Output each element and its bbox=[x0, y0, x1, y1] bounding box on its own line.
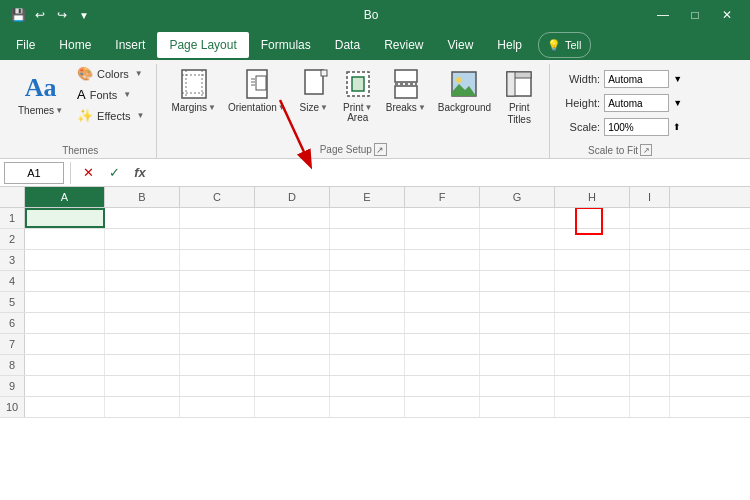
cell-G1[interactable] bbox=[480, 208, 555, 228]
name-box[interactable] bbox=[4, 162, 64, 184]
cell-E4[interactable] bbox=[330, 271, 405, 291]
cell-A7[interactable] bbox=[25, 334, 105, 354]
cell-B7[interactable] bbox=[105, 334, 180, 354]
width-input[interactable] bbox=[604, 70, 669, 88]
col-header-D[interactable]: D bbox=[255, 187, 330, 207]
margins-button[interactable]: Margins ▼ bbox=[165, 64, 222, 117]
cell-H10[interactable] bbox=[555, 397, 630, 417]
col-header-F[interactable]: F bbox=[405, 187, 480, 207]
col-header-E[interactable]: E bbox=[330, 187, 405, 207]
cell-E5[interactable] bbox=[330, 292, 405, 312]
cell-F7[interactable] bbox=[405, 334, 480, 354]
cell-C3[interactable] bbox=[180, 250, 255, 270]
cell-F3[interactable] bbox=[405, 250, 480, 270]
restore-btn[interactable]: □ bbox=[680, 5, 710, 25]
cell-E2[interactable] bbox=[330, 229, 405, 249]
confirm-button[interactable]: ✓ bbox=[103, 162, 125, 184]
cell-D6[interactable] bbox=[255, 313, 330, 333]
colors-button[interactable]: 🎨 Colors ▼ bbox=[73, 64, 148, 83]
cell-C10[interactable] bbox=[180, 397, 255, 417]
cell-D9[interactable] bbox=[255, 376, 330, 396]
height-arrow[interactable]: ▼ bbox=[673, 98, 682, 108]
cell-C9[interactable] bbox=[180, 376, 255, 396]
cell-H8[interactable] bbox=[555, 355, 630, 375]
print-area-button[interactable]: Print ▼ Area bbox=[336, 64, 380, 127]
cell-H3[interactable] bbox=[555, 250, 630, 270]
cell-D7[interactable] bbox=[255, 334, 330, 354]
cell-G4[interactable] bbox=[480, 271, 555, 291]
menu-item-help[interactable]: Help bbox=[485, 32, 534, 58]
cell-A6[interactable] bbox=[25, 313, 105, 333]
cell-E7[interactable] bbox=[330, 334, 405, 354]
cell-E3[interactable] bbox=[330, 250, 405, 270]
menu-item-data[interactable]: Data bbox=[323, 32, 372, 58]
cell-I5[interactable] bbox=[630, 292, 670, 312]
cell-D1[interactable] bbox=[255, 208, 330, 228]
cell-E6[interactable] bbox=[330, 313, 405, 333]
scale-expand-icon[interactable]: ↗ bbox=[640, 144, 652, 156]
cell-B8[interactable] bbox=[105, 355, 180, 375]
minimize-btn[interactable]: — bbox=[648, 5, 678, 25]
row-number-6[interactable]: 6 bbox=[0, 313, 25, 333]
cell-G10[interactable] bbox=[480, 397, 555, 417]
cell-F4[interactable] bbox=[405, 271, 480, 291]
tell-me-input[interactable]: 💡 Tell bbox=[538, 32, 591, 58]
cell-G6[interactable] bbox=[480, 313, 555, 333]
cell-G3[interactable] bbox=[480, 250, 555, 270]
cell-F9[interactable] bbox=[405, 376, 480, 396]
menu-item-view[interactable]: View bbox=[436, 32, 486, 58]
cell-H1[interactable] bbox=[555, 208, 630, 228]
customize-icon[interactable]: ▼ bbox=[74, 5, 94, 25]
col-header-I[interactable]: I bbox=[630, 187, 670, 207]
cell-H4[interactable] bbox=[555, 271, 630, 291]
cell-F5[interactable] bbox=[405, 292, 480, 312]
cell-C8[interactable] bbox=[180, 355, 255, 375]
orientation-button[interactable]: Orientation ▼ bbox=[222, 64, 292, 117]
cell-D8[interactable] bbox=[255, 355, 330, 375]
cell-B10[interactable] bbox=[105, 397, 180, 417]
cell-D5[interactable] bbox=[255, 292, 330, 312]
page-setup-expand-icon[interactable]: ↗ bbox=[374, 143, 387, 156]
menu-item-home[interactable]: Home bbox=[47, 32, 103, 58]
cell-G2[interactable] bbox=[480, 229, 555, 249]
print-titles-button[interactable]: Print Titles bbox=[497, 64, 541, 129]
breaks-button[interactable]: Breaks ▼ bbox=[380, 64, 432, 117]
cell-H5[interactable] bbox=[555, 292, 630, 312]
row-number-7[interactable]: 7 bbox=[0, 334, 25, 354]
height-input[interactable] bbox=[604, 94, 669, 112]
cell-B3[interactable] bbox=[105, 250, 180, 270]
effects-button[interactable]: ✨ Effects ▼ bbox=[73, 106, 148, 125]
cell-D3[interactable] bbox=[255, 250, 330, 270]
cell-G5[interactable] bbox=[480, 292, 555, 312]
cell-H2[interactable] bbox=[555, 229, 630, 249]
size-button[interactable]: Size ▼ bbox=[292, 64, 336, 117]
cell-I7[interactable] bbox=[630, 334, 670, 354]
row-number-4[interactable]: 4 bbox=[0, 271, 25, 291]
themes-button[interactable]: Aa Themes ▼ bbox=[12, 64, 69, 125]
cell-F1[interactable] bbox=[405, 208, 480, 228]
close-btn[interactable]: ✕ bbox=[712, 5, 742, 25]
col-header-B[interactable]: B bbox=[105, 187, 180, 207]
col-header-A[interactable]: A bbox=[25, 187, 105, 207]
col-header-H[interactable]: H bbox=[555, 187, 630, 207]
row-number-3[interactable]: 3 bbox=[0, 250, 25, 270]
cancel-button[interactable]: ✕ bbox=[77, 162, 99, 184]
cell-E10[interactable] bbox=[330, 397, 405, 417]
cell-D10[interactable] bbox=[255, 397, 330, 417]
width-arrow[interactable]: ▼ bbox=[673, 74, 682, 84]
cell-I2[interactable] bbox=[630, 229, 670, 249]
cell-F10[interactable] bbox=[405, 397, 480, 417]
cell-H6[interactable] bbox=[555, 313, 630, 333]
cell-C2[interactable] bbox=[180, 229, 255, 249]
cell-F2[interactable] bbox=[405, 229, 480, 249]
cell-I1[interactable] bbox=[630, 208, 670, 228]
cell-A5[interactable] bbox=[25, 292, 105, 312]
cell-I9[interactable] bbox=[630, 376, 670, 396]
cell-B4[interactable] bbox=[105, 271, 180, 291]
background-button[interactable]: Background bbox=[432, 64, 497, 117]
cell-E1[interactable] bbox=[330, 208, 405, 228]
cell-A1[interactable] bbox=[25, 208, 105, 228]
cell-I3[interactable] bbox=[630, 250, 670, 270]
cell-B2[interactable] bbox=[105, 229, 180, 249]
scale-input[interactable] bbox=[604, 118, 669, 136]
